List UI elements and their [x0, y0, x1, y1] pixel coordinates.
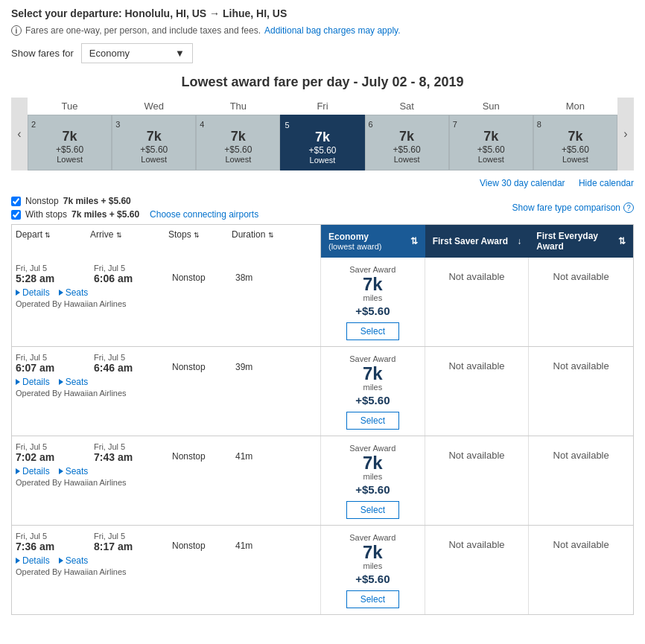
- award-type-0: Saver Award: [349, 265, 395, 274]
- miles-label-0: miles: [363, 293, 382, 302]
- arrive-info-3: Fri, Jul 5 8:17 am: [94, 532, 172, 552]
- select-button-2[interactable]: Select: [346, 501, 399, 519]
- saver-col-header[interactable]: First Saver Award ↓: [425, 225, 530, 258]
- seats-link-3[interactable]: Seats: [59, 555, 89, 566]
- saver-cell-3: Not available: [425, 526, 530, 614]
- operated-by-1: Operated By Hawaiian Airlines: [16, 389, 317, 398]
- seats-link-1[interactable]: Seats: [59, 377, 89, 387]
- duration-info-0: 38m: [235, 264, 310, 283]
- column-headers-row: Depart ⇅ Arrive ⇅ Stops ⇅ Duration ⇅ Eco…: [11, 224, 634, 258]
- fare-type-select[interactable]: Economy ▼: [81, 43, 193, 63]
- everyday-col-header[interactable]: First Everyday Award ⇅: [529, 225, 633, 258]
- flight-info-3: Fri, Jul 5 7:36 am Fri, Jul 5 8:17 am No…: [12, 526, 321, 614]
- with-stops-filter: With stops 7k miles + $5.60 Choose conne…: [11, 209, 258, 220]
- saver-status-0: Not available: [448, 271, 504, 282]
- calendar-day-0[interactable]: 2 7k +$5.60 Lowest: [28, 115, 112, 170]
- arrive-date-1: Fri, Jul 5: [94, 353, 172, 362]
- day-header-sun: Sun: [449, 98, 533, 115]
- saver-status-3: Not available: [448, 539, 504, 550]
- details-link-3[interactable]: Details: [16, 555, 50, 566]
- day-header-sat: Sat: [365, 98, 449, 115]
- details-link-2[interactable]: Details: [16, 466, 50, 476]
- fare-comparison-link[interactable]: Show fare type comparison ?: [512, 203, 634, 213]
- flight-times-0: Fri, Jul 5 5:28 am Fri, Jul 5 6:06 am No…: [16, 264, 317, 284]
- seats-link-2[interactable]: Seats: [59, 466, 89, 476]
- calendar-day-5[interactable]: 7 7k +$5.60 Lowest: [449, 115, 533, 170]
- flights-container: Fri, Jul 5 5:28 am Fri, Jul 5 6:06 am No…: [11, 258, 634, 615]
- day-header-mon: Mon: [533, 98, 617, 115]
- arrive-time-1: 6:46 am: [94, 362, 172, 374]
- calendar-day-6[interactable]: 8 7k +$5.60 Lowest: [533, 115, 617, 170]
- details-link-0[interactable]: Details: [16, 287, 50, 298]
- calendar-prev-button[interactable]: ‹: [11, 98, 28, 170]
- calendar-day-3[interactable]: 5 7k +$5.60 Lowest: [280, 115, 364, 170]
- details-triangle-icon-0: [16, 290, 20, 296]
- economy-sub: (lowest award): [328, 242, 382, 251]
- seats-triangle-icon-0: [59, 290, 63, 296]
- fare-comparison-label: Show fare type comparison: [512, 203, 620, 213]
- nonstop-checkbox[interactable]: [11, 197, 21, 206]
- seats-link-0[interactable]: Seats: [59, 287, 89, 298]
- choose-airports-link[interactable]: Choose connecting airports: [150, 209, 258, 220]
- depart-date-3: Fri, Jul 5: [16, 532, 94, 541]
- question-icon: ?: [623, 203, 634, 213]
- operated-by-2: Operated By Hawaiian Airlines: [16, 478, 317, 487]
- with-stops-checkbox[interactable]: [11, 210, 21, 220]
- miles-label-3: miles: [363, 561, 382, 570]
- calendar-next-button[interactable]: ›: [617, 98, 634, 170]
- price-0: +$5.60: [355, 305, 390, 317]
- calendar-day-4[interactable]: 6 7k +$5.60 Lowest: [365, 115, 449, 170]
- details-triangle-icon-3: [16, 558, 20, 564]
- price-1: +$5.60: [355, 394, 390, 407]
- duration-col-header[interactable]: Duration ⇅: [232, 229, 306, 253]
- economy-cell-2: Saver Award 7k miles +$5.60 Select: [321, 436, 425, 525]
- stops-info-2: Nonstop: [172, 442, 235, 462]
- nonstop-label: Nonstop: [25, 196, 59, 206]
- with-stops-label: With stops: [25, 209, 67, 220]
- duration-info-2: 41m: [235, 442, 310, 462]
- award-type-3: Saver Award: [349, 533, 395, 542]
- view-30-day-link[interactable]: View 30 day calendar: [480, 178, 565, 188]
- economy-col-header[interactable]: Economy (lowest award) ⇅: [321, 225, 425, 258]
- everyday-label: First Everyday Award: [536, 231, 618, 252]
- nonstop-miles: 7k miles + $5.60: [63, 196, 131, 206]
- everyday-sort-icon: ⇅: [618, 236, 626, 246]
- seats-triangle-icon-2: [59, 468, 63, 474]
- calendar-links: View 30 day calendar Hide calendar: [11, 178, 634, 188]
- economy-cell-3: Saver Award 7k miles +$5.60 Select: [321, 526, 425, 614]
- arrive-date-2: Fri, Jul 5: [94, 442, 172, 451]
- details-triangle-icon-2: [16, 468, 20, 474]
- bag-charges-link[interactable]: Additional bag charges may apply.: [264, 25, 401, 36]
- fare-notice: i Fares are one-way, per person, and inc…: [11, 25, 634, 36]
- arrive-col-header[interactable]: Arrive ⇅: [90, 229, 168, 253]
- flight-times-3: Fri, Jul 5 7:36 am Fri, Jul 5 8:17 am No…: [16, 532, 317, 552]
- depart-time-0: 5:28 am: [16, 272, 94, 284]
- stops-info-0: Nonstop: [172, 264, 235, 283]
- everyday-cell-3: Not available: [529, 526, 633, 614]
- arrive-info-2: Fri, Jul 5 7:43 am: [94, 442, 172, 463]
- depart-col-header[interactable]: Depart ⇅: [12, 229, 90, 253]
- select-button-3[interactable]: Select: [346, 590, 399, 608]
- calendar-day-1[interactable]: 3 7k +$5.60 Lowest: [112, 115, 196, 170]
- hide-calendar-link[interactable]: Hide calendar: [579, 178, 634, 188]
- economy-label: Economy: [328, 232, 382, 242]
- arrive-date-3: Fri, Jul 5: [94, 532, 172, 541]
- stops-info-3: Nonstop: [172, 532, 235, 551]
- flight-links-0: Details Seats: [16, 284, 317, 299]
- award-type-1: Saver Award: [349, 354, 395, 363]
- arrive-info-0: Fri, Jul 5 6:06 am: [94, 264, 172, 284]
- flight-info-2: Fri, Jul 5 7:02 am Fri, Jul 5 7:43 am No…: [12, 436, 321, 525]
- depart-time-2: 7:02 am: [16, 451, 94, 463]
- select-button-1[interactable]: Select: [346, 412, 399, 430]
- details-link-1[interactable]: Details: [16, 377, 50, 387]
- miles-label-2: miles: [363, 472, 382, 481]
- stops-col-header[interactable]: Stops ⇅: [168, 229, 232, 253]
- operated-by-3: Operated By Hawaiian Airlines: [16, 567, 317, 576]
- everyday-status-2: Not available: [553, 450, 609, 461]
- economy-cell-1: Saver Award 7k miles +$5.60 Select: [321, 347, 425, 436]
- arrive-time-0: 6:06 am: [94, 272, 172, 284]
- select-button-0[interactable]: Select: [346, 322, 399, 340]
- saver-status-2: Not available: [448, 450, 504, 461]
- calendar-day-2[interactable]: 4 7k +$5.60 Lowest: [196, 115, 280, 170]
- saver-cell-2: Not available: [425, 436, 530, 525]
